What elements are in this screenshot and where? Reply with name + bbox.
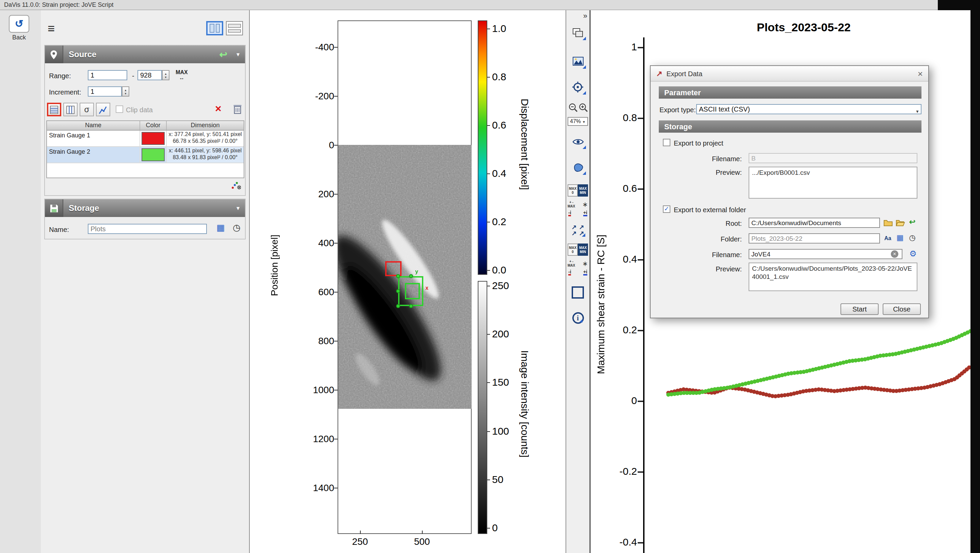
- layout-vertical-split-button[interactable]: [206, 21, 223, 35]
- grid-insert-icon[interactable]: ▦: [894, 233, 906, 243]
- roi-handle[interactable]: [409, 274, 413, 278]
- storage-disk-icon: [45, 199, 63, 217]
- image-y-tick-label: -400: [305, 41, 334, 52]
- storage-name-input[interactable]: Plots: [88, 224, 207, 234]
- displacement-tick-mark: [487, 222, 490, 222]
- dataset-grid-icon[interactable]: ▦: [216, 222, 225, 233]
- trash-icon[interactable]: [233, 103, 242, 117]
- gauge-name-cell: Strain Gauge 1: [47, 130, 140, 146]
- spin-up-icon[interactable]: ▲: [164, 72, 167, 75]
- gauge-table-row[interactable]: Strain Gauge 1x: 377.24 pixel, y: 501.41…: [47, 130, 243, 147]
- back-icon[interactable]: ↺: [9, 15, 29, 33]
- range-max-button[interactable]: MAX ↔: [173, 70, 191, 81]
- frame-outline-icon[interactable]: [572, 286, 584, 299]
- image-display-icon[interactable]: [570, 54, 586, 69]
- project-filename-input[interactable]: B: [749, 153, 917, 163]
- timestamp-insert-icon[interactable]: ◷: [907, 233, 918, 243]
- column-view-tool-icon[interactable]: [63, 103, 78, 116]
- dialog-close-icon[interactable]: ×: [918, 69, 923, 78]
- auto-scale-icon[interactable]: ∗: [582, 259, 588, 267]
- storage-section-header: Storage: [659, 121, 921, 133]
- delete-gauge-icon[interactable]: ×: [215, 103, 221, 114]
- range-spinner[interactable]: ▲ ▼: [162, 70, 169, 80]
- export-to-project-checkbox[interactable]: [663, 139, 670, 146]
- export-to-external-checkbox[interactable]: ✓: [663, 205, 670, 213]
- root-path-input[interactable]: C:/Users/konwudiw/Documents: [749, 218, 880, 228]
- scale-adjust-icon[interactable]: + -MAX ∗: [568, 200, 588, 208]
- intensity-tick-label: 200: [492, 328, 509, 339]
- roi-handle[interactable]: [409, 304, 413, 308]
- image-y-tick-label: 0: [305, 140, 334, 150]
- scale-left-cell: MAX0: [568, 243, 578, 256]
- toolbar-expand-button[interactable]: »: [566, 11, 589, 20]
- spin-down-icon[interactable]: ▼: [124, 92, 127, 95]
- clip-data-checkbox[interactable]: [116, 105, 123, 113]
- intensity-adjust-icons[interactable]: -i+i: [568, 210, 587, 216]
- col-header-name: Name: [47, 121, 140, 130]
- roi-handle[interactable]: [396, 274, 400, 278]
- visibility-eye-icon[interactable]: [570, 134, 586, 149]
- gauge-name-cell: Strain Gauge 2: [47, 147, 140, 162]
- time-stamp-icon[interactable]: ◷: [233, 222, 240, 233]
- clear-filename-icon[interactable]: ×: [891, 250, 898, 258]
- auto-scale-icon[interactable]: ∗: [582, 200, 588, 208]
- reset-path-icon[interactable]: ↩: [907, 217, 918, 227]
- statistics-sigma-tool-icon[interactable]: σ: [80, 103, 94, 116]
- back-button[interactable]: ↺ Back: [5, 15, 33, 41]
- series-strain-gauge-2-line: [668, 331, 970, 395]
- text-format-icon[interactable]: Aa: [882, 233, 894, 243]
- external-filename-input[interactable]: JoVE4: [749, 249, 902, 259]
- profile-plot-tool-icon[interactable]: [96, 103, 110, 116]
- window-arrangement-icon[interactable]: [570, 25, 586, 40]
- zoom-level-select[interactable]: 47% ▼: [568, 117, 588, 126]
- intensity-tick-label: 250: [492, 280, 509, 291]
- layout-horizontal-split-button[interactable]: [226, 21, 243, 35]
- strain-gauge-1-roi[interactable]: [385, 261, 401, 276]
- layout-pane-icon: [210, 24, 214, 33]
- plot-settings-icon[interactable]: [231, 180, 241, 193]
- close-button[interactable]: Close: [883, 304, 921, 315]
- col-header-dimension: Dimension: [167, 121, 243, 130]
- info-icon[interactable]: i: [572, 312, 584, 324]
- increment-spinner[interactable]: ▲ ▼: [122, 86, 129, 97]
- source-section: Source ↩ ▾ Range: 1 - 928 ▲ ▼ MAX ↔ Incr…: [44, 45, 246, 196]
- export-to-external-label: Export to external folder: [674, 206, 746, 214]
- gauge-table-row[interactable]: Strain Gauge 2x: 446.11 pixel, y: 598.46…: [47, 147, 243, 163]
- collapse-chevron-icon[interactable]: ▾: [237, 51, 240, 58]
- roi-handle[interactable]: [396, 304, 400, 308]
- browse-folder-icon[interactable]: [882, 218, 894, 228]
- mask-overlay-icon[interactable]: [570, 160, 586, 175]
- open-folder-icon[interactable]: [894, 218, 906, 228]
- zoom-out-icon[interactable]: [568, 103, 578, 115]
- export-type-select[interactable]: ASCII text (CSV) ▼: [696, 104, 921, 114]
- data-table-tool-icon[interactable]: [47, 103, 61, 116]
- check-icon: ✓: [664, 205, 669, 212]
- scale-max-min-icon[interactable]: MAX0 MAXMIN: [568, 184, 588, 197]
- collapse-chevron-icon[interactable]: ▾: [237, 205, 240, 211]
- spin-down-icon[interactable]: ▼: [164, 75, 167, 79]
- vector-scale-max-min-icon[interactable]: MAX0 MAXMIN: [568, 243, 588, 256]
- vector-adjust-icon[interactable]: + -MAX ∗: [568, 259, 588, 267]
- start-button[interactable]: Start: [840, 304, 878, 315]
- undo-icon[interactable]: ↩: [220, 49, 227, 60]
- zoom-in-icon[interactable]: [578, 103, 588, 115]
- vector-scale-icon[interactable]: ↗↗ ↗↗: [570, 224, 585, 237]
- dialog-titlebar[interactable]: ↗ Export Data ×: [651, 66, 928, 82]
- range-to-input[interactable]: 928: [137, 70, 162, 80]
- range-from-input[interactable]: 1: [88, 70, 127, 80]
- filename-settings-gear-icon[interactable]: ⚙: [907, 248, 919, 259]
- storage-section-header[interactable]: Storage ▾: [45, 199, 245, 217]
- spin-up-icon[interactable]: ▲: [124, 88, 127, 92]
- back-label: Back: [5, 34, 33, 41]
- displacement-colorbar-title: Displacement [pixel]: [519, 99, 531, 190]
- dimension-line: 83.48 x 91.83 pixel² / 0.00°: [167, 154, 243, 161]
- increment-input[interactable]: 1: [88, 86, 122, 97]
- cursor-target-icon[interactable]: [570, 79, 586, 95]
- roi-handle[interactable]: [396, 289, 400, 293]
- displacement-tick-label: 0.8: [492, 71, 506, 82]
- source-section-header[interactable]: Source ↩ ▾: [45, 46, 245, 63]
- strain-gauge-2-inner-roi[interactable]: [405, 283, 420, 299]
- menu-icon[interactable]: ≡: [48, 22, 55, 35]
- folder-name-input[interactable]: Plots_2023-05-22: [749, 233, 880, 243]
- vector-intensity-icons[interactable]: -i+i: [568, 269, 587, 275]
